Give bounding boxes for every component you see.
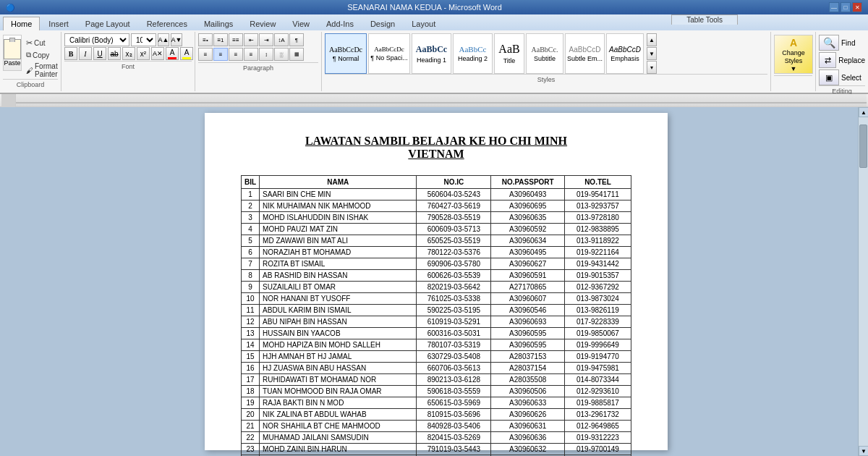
underline-button[interactable]: U xyxy=(93,47,106,60)
superscript-button[interactable]: x² xyxy=(137,47,150,60)
table-cell-0-3: A30960493 xyxy=(491,189,564,200)
align-right-button[interactable]: ≡ xyxy=(229,48,243,61)
tab-insert[interactable]: Insert xyxy=(41,17,77,30)
table-cell-11-1: ABU NIPAH BIN HASSAN xyxy=(260,316,417,328)
increase-indent-button[interactable]: ⇥ xyxy=(259,33,273,46)
table-cell-2-2: 790528-03-5519 xyxy=(417,212,491,224)
font-decrease-button[interactable]: A▼ xyxy=(171,33,182,46)
shading-button[interactable]: ░ xyxy=(274,48,289,61)
scroll-up-button[interactable]: ▲ xyxy=(859,107,868,117)
table-cell-9-1: NOR HANANI BT YUSOFF xyxy=(260,293,417,305)
style-emphasis-button[interactable]: AaBbCcD Emphasis xyxy=(606,33,644,74)
table-cell-9-0: 10 xyxy=(242,293,260,305)
font-name-select[interactable]: Calibri (Body) xyxy=(64,33,129,46)
cut-button[interactable]: ✂ Cut xyxy=(25,38,59,48)
table-cell-18-4: 019-9885817 xyxy=(564,397,631,409)
scrollbar-thumb[interactable] xyxy=(859,124,867,168)
table-cell-12-1: HUSSAIN BIN YAACOB xyxy=(260,328,417,339)
multilevel-button[interactable]: ≡≡ xyxy=(229,33,243,46)
clear-format-button[interactable]: A✕ xyxy=(151,47,164,60)
bold-button[interactable]: B xyxy=(64,47,77,60)
find-button[interactable]: 🔍 Find xyxy=(819,35,865,51)
numbering-button[interactable]: ≡1 xyxy=(213,33,228,46)
justify-button[interactable]: ≡ xyxy=(244,48,258,61)
select-button[interactable]: ▣ Select xyxy=(819,69,865,85)
tab-design[interactable]: Design xyxy=(362,17,403,30)
table-cell-11-2: 610919-03-5291 xyxy=(417,316,491,328)
table-cell-2-4: 013-9728180 xyxy=(564,212,631,224)
table-cell-5-0: 6 xyxy=(242,247,260,258)
table-row: 18TUAN MOHMOOD BIN RAJA OMAR590618-03-55… xyxy=(242,386,631,397)
subscript-button[interactable]: x₂ xyxy=(122,47,135,60)
copy-button[interactable]: ⧉ Copy xyxy=(25,50,59,60)
borders-button[interactable]: ▦ xyxy=(289,48,304,61)
clipboard-group: Paste ✂ Cut ⧉ Copy 🖌 Format Painter Clip… xyxy=(0,32,61,91)
close-button[interactable]: ✕ xyxy=(852,2,862,12)
table-cell-12-4: 019-9850067 xyxy=(564,328,631,339)
table-cell-21-0: 22 xyxy=(242,432,260,444)
bullets-button[interactable]: ≡• xyxy=(198,33,213,46)
styles-scroll-down[interactable]: ▼ xyxy=(647,47,657,60)
tab-layout[interactable]: Layout xyxy=(404,17,443,30)
styles-more[interactable]: ▾ xyxy=(647,61,657,74)
col-header-nama: NAMA xyxy=(260,176,417,189)
table-row: 13HUSSAIN BIN YAACOB600316-03-5031A30960… xyxy=(242,328,631,339)
table-cell-20-1: NOR SHAHILA BT CHE MAHMOOD xyxy=(260,421,417,432)
document-content[interactable]: LAWATAN SAMBIL BELAJAR KE HO CHI MINH VI… xyxy=(14,107,858,456)
strikethrough-button[interactable]: ab xyxy=(108,47,121,60)
col-header-noic: NO.IC xyxy=(417,176,491,189)
font-increase-button[interactable]: A▲ xyxy=(158,33,169,46)
style-normal-button[interactable]: AaBbCcDc ¶ Normal xyxy=(325,33,367,74)
change-styles-button[interactable]: A Change Styles ▼ xyxy=(774,35,813,74)
tab-page-layout[interactable]: Page Layout xyxy=(77,17,138,30)
line-spacing-button[interactable]: ↕ xyxy=(259,48,273,61)
table-cell-22-0: 23 xyxy=(242,444,260,455)
style-nospace-button[interactable]: AaBbCcDc ¶ No Spaci... xyxy=(368,33,410,74)
styles-scroll-up[interactable]: ▲ xyxy=(647,33,657,46)
table-row: 23MOHD ZAINI BIN HARUN791019-03-5443A309… xyxy=(242,444,631,455)
tab-references[interactable]: References xyxy=(139,17,195,30)
style-heading2-button[interactable]: AaBbCc Heading 2 xyxy=(453,33,493,74)
table-cell-4-1: MD ZAWAWI BIN MAT ALI xyxy=(260,235,417,247)
tab-review[interactable]: Review xyxy=(242,17,284,30)
minimize-button[interactable]: — xyxy=(829,2,839,12)
sort-button[interactable]: ↕A xyxy=(274,33,289,46)
right-scrollbar[interactable]: ▲ ▼ xyxy=(858,107,868,456)
decrease-indent-button[interactable]: ⇤ xyxy=(244,33,258,46)
paste-button[interactable]: Paste xyxy=(3,35,22,71)
style-title-button[interactable]: AaB Title xyxy=(494,33,524,74)
align-left-button[interactable]: ≡ xyxy=(198,48,213,61)
format-painter-button[interactable]: 🖌 Format Painter xyxy=(25,62,59,79)
show-marks-button[interactable]: ¶ xyxy=(289,33,304,46)
table-tools-label: Table Tools xyxy=(671,14,738,25)
restore-button[interactable]: □ xyxy=(841,2,851,12)
table-cell-6-3: A30960627 xyxy=(491,258,564,270)
tab-addins[interactable]: Add-Ins xyxy=(318,17,362,30)
tab-home[interactable]: Home xyxy=(3,17,40,31)
doc-title-line1: LAWATAN SAMBIL BELAJAR KE HO CHI MINH VI… xyxy=(241,135,631,161)
table-cell-19-0: 20 xyxy=(242,409,260,421)
table-cell-8-1: SUZAILAILI BT OMAR xyxy=(260,282,417,293)
tab-view[interactable]: View xyxy=(284,17,318,30)
tab-mailings[interactable]: Mailings xyxy=(196,17,241,30)
align-center-button[interactable]: ≡ xyxy=(213,48,228,61)
replace-button[interactable]: ⇄ Replace xyxy=(819,52,865,68)
style-subtle-button[interactable]: AaBbCcD Subtle Em... xyxy=(565,33,605,74)
document-wrapper: LAWATAN SAMBIL BELAJAR KE HO CHI MINH VI… xyxy=(0,107,868,456)
highlight-button[interactable]: A xyxy=(180,47,193,60)
italic-button[interactable]: I xyxy=(79,47,92,60)
scrollbar-track[interactable] xyxy=(859,117,868,446)
table-row: 3MOHD ISLAHUDDIN BIN ISHAK790528-03-5519… xyxy=(242,212,631,224)
scroll-down-button[interactable]: ▼ xyxy=(859,446,868,456)
table-cell-22-2: 791019-03-5443 xyxy=(417,444,491,455)
table-cell-4-3: A30960634 xyxy=(491,235,564,247)
style-heading1-button[interactable]: AaBbCc Heading 1 xyxy=(412,33,451,74)
table-cell-12-2: 600316-03-5031 xyxy=(417,328,491,339)
font-size-select[interactable]: 10 xyxy=(131,33,156,46)
style-subtitle-button[interactable]: AaBbCc. Subtitle xyxy=(526,33,563,74)
ruler xyxy=(0,94,868,107)
table-cell-18-0: 19 xyxy=(242,397,260,409)
table-cell-10-1: ABDUL KARIM BIN ISMAIL xyxy=(260,305,417,316)
font-color-button[interactable]: A xyxy=(166,47,179,60)
table-row: 17RUHIDAWATI BT MOHAMAD NOR890213-03-612… xyxy=(242,374,631,386)
